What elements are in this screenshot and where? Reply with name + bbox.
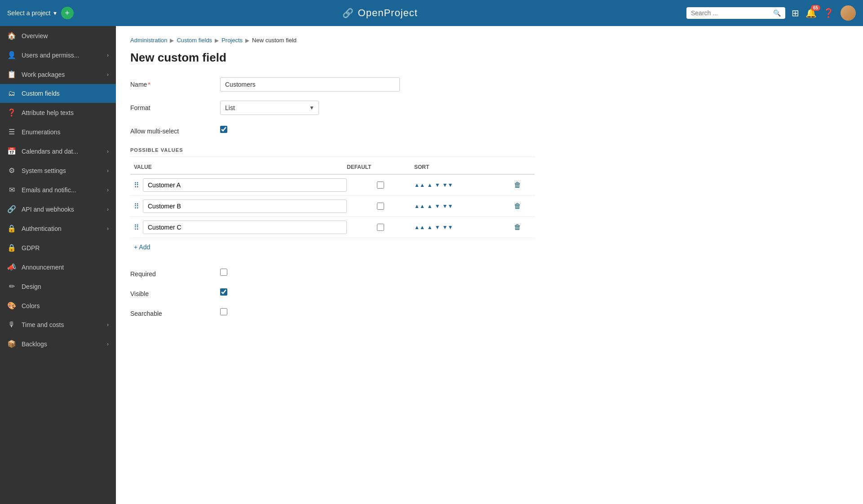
sort-last-2[interactable]: ▼▼ — [443, 224, 453, 230]
add-project-button[interactable]: + — [61, 7, 74, 19]
sort-last-1[interactable]: ▼▼ — [443, 203, 453, 209]
name-input[interactable] — [220, 77, 400, 92]
required-checkbox[interactable] — [220, 269, 227, 276]
project-select-arrow: ▾ — [53, 9, 57, 17]
sidebar-item-overview[interactable]: 🏠 Overview — [0, 26, 116, 45]
value-input-0[interactable] — [143, 178, 347, 192]
sidebar-item-emails-notif[interactable]: ✉ Emails and notific... › — [0, 180, 116, 199]
visible-checkbox[interactable] — [220, 288, 227, 296]
searchable-checkbox[interactable] — [220, 308, 227, 315]
page-title: New custom field — [130, 51, 849, 65]
sidebar-label-enumerations: Enumerations — [22, 128, 109, 136]
sort-first-0[interactable]: ▲▲ — [414, 182, 425, 188]
sidebar-arrow-backlogs: › — [107, 341, 109, 347]
sidebar-icon-time-costs: 🎙 — [7, 321, 16, 329]
drag-handle-2[interactable]: ⠿ — [134, 223, 139, 232]
sort-up-0[interactable]: ▲ — [427, 182, 433, 188]
sidebar-arrow-api-webhooks: › — [107, 206, 109, 212]
user-avatar[interactable] — [841, 5, 856, 21]
default-checkbox-0[interactable] — [377, 181, 384, 189]
default-checkbox-1[interactable] — [377, 203, 384, 210]
breadcrumb-custom-fields[interactable]: Custom fields — [177, 37, 212, 44]
searchable-checkbox-wrapper — [220, 306, 227, 315]
multi-select-checkbox[interactable] — [220, 126, 227, 133]
drag-handle-0[interactable]: ⠿ — [134, 181, 139, 190]
table-row: ⠿ ▲▲ ▲ ▼ ▼▼ 🗑 — [130, 196, 535, 217]
breadcrumb-projects[interactable]: Projects — [221, 37, 243, 44]
sort-first-1[interactable]: ▲▲ — [414, 203, 425, 209]
sidebar-item-work-packages[interactable]: 📋 Work packages › — [0, 65, 116, 84]
project-select[interactable]: Select a project ▾ — [7, 9, 57, 17]
sidebar-label-work-packages: Work packages — [22, 71, 102, 78]
sidebar-arrow-emails-notif: › — [107, 187, 109, 193]
value-input-2[interactable] — [143, 221, 347, 234]
sort-up-1[interactable]: ▲ — [427, 203, 433, 209]
sidebar-label-authentication: Authentication — [22, 225, 102, 232]
sidebar-label-colors: Colors — [22, 302, 109, 309]
sidebar-item-design[interactable]: ✏ Design — [0, 277, 116, 296]
breadcrumb-sep-3: ▶ — [245, 37, 249, 44]
delete-button-2[interactable]: 🗑 — [514, 223, 521, 231]
sort-last-0[interactable]: ▼▼ — [443, 182, 453, 188]
sort-first-2[interactable]: ▲▲ — [414, 224, 425, 230]
table-row: ⠿ ▲▲ ▲ ▼ ▼▼ 🗑 — [130, 175, 535, 196]
sort-down-1[interactable]: ▼ — [435, 203, 440, 209]
sidebar-item-attribute-help-texts[interactable]: ❓ Attribute help texts — [0, 103, 116, 122]
sort-down-2[interactable]: ▼ — [435, 224, 440, 230]
sidebar-item-colors[interactable]: 🎨 Colors — [0, 296, 116, 315]
topnav-left: Select a project ▾ + — [7, 7, 74, 19]
format-select[interactable]: List Text Integer Float Boolean Date Use… — [220, 101, 319, 115]
sidebar-item-users-permissions[interactable]: 👤 Users and permiss... › — [0, 45, 116, 65]
value-cell-0: ⠿ — [134, 178, 347, 192]
sidebar-label-api-webhooks: API and webhooks — [22, 206, 102, 213]
sidebar-item-enumerations[interactable]: ☰ Enumerations — [0, 122, 116, 141]
breadcrumb-sep-1: ▶ — [170, 37, 174, 44]
sidebar-icon-enumerations: ☰ — [7, 128, 16, 136]
grid-icon[interactable]: ⊞ — [792, 8, 799, 18]
sidebar-icon-authentication: 🔒 — [7, 224, 16, 233]
delete-cell-2: 🗑 — [504, 223, 531, 231]
help-icon[interactable]: ❓ — [823, 8, 834, 18]
visible-row: Visible — [130, 287, 535, 297]
sidebar-item-calendars[interactable]: 📅 Calendars and dat... › — [0, 141, 116, 161]
sidebar-item-system-settings[interactable]: ⚙ System settings › — [0, 161, 116, 180]
sidebar-icon-work-packages: 📋 — [7, 70, 16, 79]
sidebar-label-attribute-help-texts: Attribute help texts — [22, 109, 109, 116]
sidebar-icon-api-webhooks: 🔗 — [7, 205, 16, 213]
breadcrumb-administration[interactable]: Administration — [130, 37, 167, 44]
col-sort: SORT — [414, 164, 504, 170]
form-section: Name* Format List Text Integer Float Boo… — [130, 77, 535, 317]
default-checkbox-2[interactable] — [377, 224, 384, 231]
sort-down-0[interactable]: ▼ — [435, 182, 440, 188]
sidebar-item-custom-fields[interactable]: 🗂 Custom fields — [0, 84, 116, 103]
delete-button-1[interactable]: 🗑 — [514, 202, 521, 210]
search-icon: 🔍 — [773, 9, 781, 17]
value-input-1[interactable] — [143, 199, 347, 213]
sort-up-2[interactable]: ▲ — [427, 224, 433, 230]
add-row: + Add — [130, 238, 535, 256]
sidebar-item-backlogs[interactable]: 📦 Backlogs › — [0, 334, 116, 354]
sidebar-item-authentication[interactable]: 🔒 Authentication › — [0, 219, 116, 238]
breadcrumb: Administration ▶ Custom fields ▶ Project… — [130, 37, 849, 44]
sidebar-item-announcement[interactable]: 📣 Announcement — [0, 257, 116, 277]
sidebar-item-gdpr[interactable]: 🔒 GDPR — [0, 238, 116, 257]
sidebar-icon-overview: 🏠 — [7, 31, 16, 40]
table-header-row: VALUE DEFAULT SORT — [130, 160, 535, 175]
add-value-button[interactable]: + Add — [134, 243, 150, 251]
notifications-icon[interactable]: 🔔 65 — [805, 8, 817, 18]
drag-handle-1[interactable]: ⠿ — [134, 202, 139, 211]
sidebar-item-api-webhooks[interactable]: 🔗 API and webhooks › — [0, 199, 116, 219]
value-cell-2: ⠿ — [134, 221, 347, 234]
sidebar-item-time-costs[interactable]: 🎙 Time and costs › — [0, 315, 116, 334]
search-input[interactable] — [691, 9, 770, 17]
sidebar-label-custom-fields: Custom fields — [22, 90, 109, 97]
searchable-label: Searchable — [130, 306, 220, 317]
delete-button-0[interactable]: 🗑 — [514, 181, 521, 189]
sidebar-arrow-time-costs: › — [107, 322, 109, 328]
search-box[interactable]: 🔍 — [686, 7, 785, 19]
sidebar-icon-users-permissions: 👤 — [7, 51, 16, 59]
sidebar-arrow-authentication: › — [107, 225, 109, 232]
format-select-wrapper: List Text Integer Float Boolean Date Use… — [220, 101, 319, 115]
multi-select-label: Allow multi-select — [130, 124, 220, 135]
sidebar-icon-colors: 🎨 — [7, 301, 16, 310]
